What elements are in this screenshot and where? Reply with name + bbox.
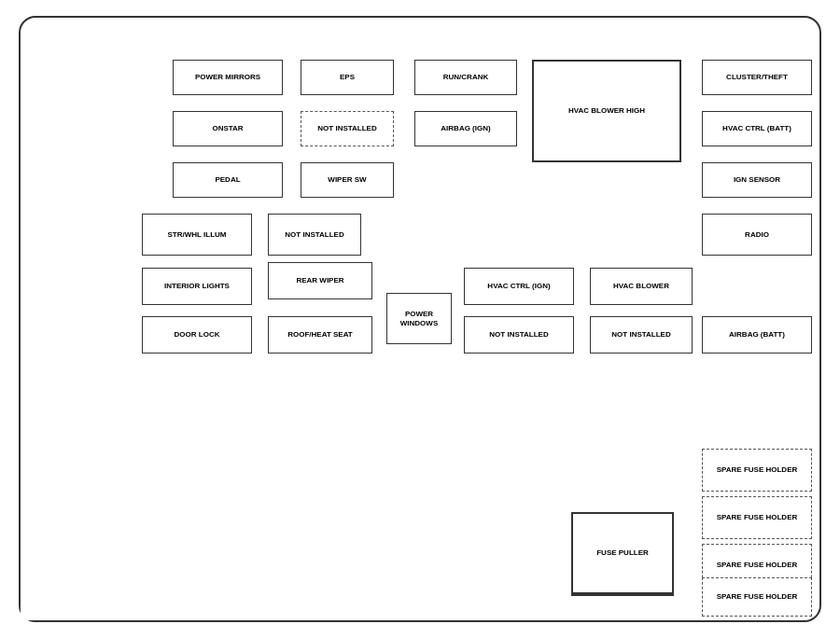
rear-wiper: REAR WIPER: [268, 262, 372, 299]
airbag-batt: AIRBAG (BATT): [702, 316, 812, 354]
run-crank: RUN/CRANK: [414, 60, 517, 95]
not-installed-1: NOT INSTALLED: [301, 111, 394, 146]
cluster-theft: CLUSTER/THEFT: [702, 60, 812, 95]
hvac-blower: HVAC BLOWER: [590, 268, 693, 305]
eps: EPS: [301, 60, 394, 95]
hvac-blower-high: HVAC BLOWER HIGH: [532, 60, 681, 162]
not-installed-2: NOT INSTALLED: [268, 214, 361, 256]
onstar: ONSTAR: [173, 111, 283, 146]
power-mirrors: POWER MIRRORS: [173, 60, 283, 95]
hvac-ctrl-batt: HVAC CTRL (BATT): [702, 111, 812, 146]
spare-fuse-holder-4: SPARE FUSE HOLDER: [702, 577, 812, 617]
spare-fuse-holder-2: SPARE FUSE HOLDER: [702, 496, 812, 539]
radio: RADIO: [702, 214, 812, 256]
interior-lights: INTERIOR LIGHTS: [142, 268, 252, 305]
str-whl-illum: STR/WHL ILLUM: [142, 214, 252, 256]
wiper-sw: WIPER SW: [301, 162, 394, 198]
fuse-puller: FUSE PULLER: [571, 512, 674, 594]
not-installed-3: NOT INSTALLED: [464, 316, 574, 354]
door-lock: DOOR LOCK: [142, 316, 252, 354]
airbag-ign: AIRBAG (IGN): [414, 111, 517, 146]
power-windows: POWER WINDOWS: [386, 293, 452, 344]
spare-fuse-holder-1: SPARE FUSE HOLDER: [702, 449, 812, 492]
not-installed-4: NOT INSTALLED: [590, 316, 693, 354]
fuse-diagram: POWER MIRRORSEPSRUN/CRANKCLUSTER/THEFTON…: [19, 16, 821, 622]
hvac-ctrl-ign: HVAC CTRL (IGN): [464, 268, 574, 305]
pedal: PEDAL: [173, 162, 283, 198]
ign-sensor: IGN SENSOR: [702, 162, 812, 198]
roof-heat-seat: ROOF/HEAT SEAT: [268, 316, 372, 354]
